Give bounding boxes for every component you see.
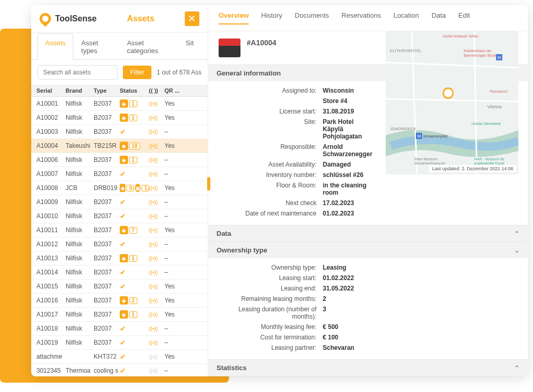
signal-icon: ((•))	[149, 115, 164, 121]
signal-icon: ((•))	[149, 143, 164, 149]
table-row[interactable]: A10010NilfiskB2037✔((•))–	[31, 209, 208, 223]
tag-icon: ◆	[120, 296, 128, 305]
signal-icon: ((•))	[149, 312, 164, 318]
svg-point-5	[444, 89, 452, 97]
check-icon: ✔	[120, 268, 126, 276]
tag-icon: ◆	[120, 226, 128, 234]
list-tabs: AssetsAsset typesAsset categoriesSit	[31, 33, 208, 60]
table-row[interactable]: A10009NilfiskB2037✔((•))–	[31, 195, 208, 209]
detail-tab-edit[interactable]: Edit	[459, 11, 470, 24]
section-data-head[interactable]: Data⌃	[208, 225, 528, 242]
table-row[interactable]: A10017NilfiskB2037◆1((•))Yes	[31, 308, 208, 322]
detail-tabs: OverviewHistoryDocumentsReservationsLoca…	[208, 5, 528, 31]
table-row[interactable]: A10001NilfiskB2037◆1((•))Yes	[31, 97, 208, 111]
svg-text:Ramasuri: Ramasuri	[490, 89, 507, 94]
column-header[interactable]: (( ))	[149, 87, 164, 94]
svg-text:Schwedenplatz: Schwedenplatz	[423, 134, 448, 138]
detail-tab-location[interactable]: Location	[394, 11, 419, 24]
table-row[interactable]: A10002NilfiskB2037◆1((•))Yes	[31, 111, 208, 125]
table-row[interactable]: A10003NilfiskB2037✔((•))–	[31, 125, 208, 139]
chevron-down-icon: ⌄	[514, 247, 519, 254]
signal-icon: ((•))	[149, 213, 164, 219]
svg-text:M: M	[417, 134, 421, 138]
signal-icon: ((•))	[149, 368, 164, 374]
check-icon: ✔	[120, 128, 126, 136]
signal-icon: ((•))	[149, 157, 164, 163]
detail-tab-documents[interactable]: Documents	[295, 11, 329, 24]
column-header[interactable]: Status	[120, 87, 149, 94]
section-statistics-head[interactable]: Statistics⌃	[208, 360, 528, 376]
svg-text:Wien Museum: Wien Museum	[414, 157, 438, 161]
page-title: Assets	[127, 14, 154, 23]
table-row[interactable]: A10012NilfiskB2037✔((•))–	[31, 237, 208, 251]
column-header[interactable]: Type	[94, 87, 120, 94]
result-count: 1 out of 678 Ass	[157, 69, 201, 76]
resize-handle[interactable]	[207, 177, 210, 191]
signal-icon: ((•))	[149, 298, 164, 304]
column-header[interactable]: QR ...	[164, 87, 183, 94]
detail-tab-history[interactable]: History	[261, 11, 282, 24]
status-badge: 1	[129, 115, 137, 121]
location-map[interactable]: Hotel Imlauer Wien ELITERVIERTEL Kranken…	[386, 31, 518, 174]
tag-icon: ◆	[120, 156, 128, 164]
tab-assets[interactable]: Assets	[37, 33, 73, 60]
section-ownership: Ownership type⌄ Ownership type:LeasingLe…	[208, 242, 528, 359]
search-input[interactable]	[37, 65, 118, 80]
status-badge: 2	[129, 297, 137, 304]
table-row[interactable]: A10013NilfiskB2037◆1((•))–	[31, 251, 208, 265]
tag-icon: ◆	[120, 113, 128, 122]
brand-logo[interactable]: ToolSense	[40, 13, 97, 24]
filter-button[interactable]: Filter	[123, 66, 151, 79]
tab-sit[interactable]: Sit	[178, 33, 201, 60]
table-row[interactable]: A10008JCBDRB019◆9▣1((•))Yes	[31, 181, 208, 195]
signal-icon: ((•))	[149, 101, 164, 107]
section-ownership-head[interactable]: Ownership type⌄	[208, 242, 528, 258]
app-container: ToolSense Assets ✕ AssetsAsset typesAsse…	[31, 5, 528, 376]
section-qrcode: QR Code⌄ Have you already attached a QR …	[208, 376, 528, 376]
search-bar: Filter 1 out of 678 Ass	[31, 60, 208, 85]
tag-icon: ◆	[120, 99, 128, 108]
logo-icon	[37, 10, 53, 27]
tag-icon: ◆	[120, 254, 128, 262]
signal-icon: ((•))	[149, 270, 164, 275]
check-icon: ✔	[120, 212, 126, 220]
asset-detail-panel: OverviewHistoryDocumentsReservationsLoca…	[208, 5, 528, 376]
section-statistics: Statistics⌃	[208, 359, 528, 376]
svg-text:MAK - Museum für: MAK - Museum für	[474, 157, 505, 161]
signal-icon: ((•))	[149, 326, 164, 332]
column-header[interactable]: Brand	[66, 87, 94, 94]
assets-list-panel: ToolSense Assets ✕ AssetsAsset typesAsse…	[31, 5, 208, 376]
status-badge: 7	[129, 227, 137, 234]
table-row[interactable]: A10006NilfiskB2037◆1((•))–	[31, 153, 208, 167]
detail-tab-data[interactable]: Data	[432, 11, 446, 24]
table-row[interactable]: A10004TakeushiTB215R◆18((•))Yes	[31, 139, 208, 153]
table-row[interactable]: A10014NilfiskB2037✔((•))–	[31, 265, 208, 280]
tag-icon: ◆	[120, 142, 128, 150]
signal-icon: ((•))	[149, 171, 164, 177]
tab-asset-types[interactable]: Asset types	[73, 33, 119, 60]
status-badge: 9	[126, 185, 134, 192]
signal-icon: ((•))	[149, 185, 164, 191]
table-row[interactable]: A10019NilfiskB2037✔((•))–	[31, 336, 208, 350]
status-badge: 1	[129, 157, 137, 163]
table-row[interactable]: 3012345Thermoacooling s✔((•))–	[31, 364, 208, 376]
table-row[interactable]: A10015NilfiskB2037✔((•))Yes	[31, 280, 208, 294]
asset-id: #A10004	[247, 39, 276, 47]
status-badge: 1	[129, 255, 137, 262]
table-row[interactable]: A10016NilfiskB2037◆2((•))Yes	[31, 294, 208, 308]
assets-table: SerialBrandTypeStatus(( ))QR ... A10001N…	[31, 85, 208, 376]
close-panel-button[interactable]: ✕	[185, 11, 199, 26]
table-row[interactable]: A10011NilfiskB2037◆7((•))Yes	[31, 223, 208, 237]
table-row[interactable]: attachmeKHT372✔((•))Yes	[31, 350, 208, 364]
map-updated: Last updated: 2. Dezember 2021 14:08	[429, 165, 516, 172]
detail-tab-reservations[interactable]: Reservations	[341, 11, 381, 24]
column-header[interactable]: Serial	[36, 87, 66, 94]
table-row[interactable]: A10007NilfiskB2037✔((•))–	[31, 167, 208, 181]
status-badge: 1	[129, 311, 137, 318]
signal-icon: ((•))	[149, 227, 164, 233]
check-icon: ✔	[120, 240, 126, 248]
tab-asset-categories[interactable]: Asset categories	[119, 33, 178, 60]
detail-tab-overview[interactable]: Overview	[219, 11, 249, 24]
table-row[interactable]: A10018NilfiskB2037✔((•))–	[31, 322, 208, 336]
check-icon: ✔	[120, 170, 126, 178]
